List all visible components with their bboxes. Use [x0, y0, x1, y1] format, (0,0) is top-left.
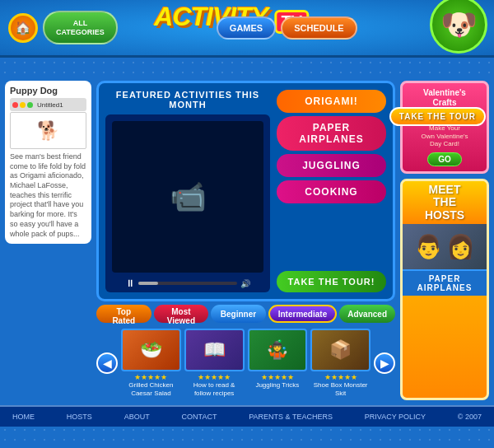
progress-fill	[138, 282, 158, 285]
thumb-stars-3: ★★★★★	[261, 373, 294, 381]
footer-copyright: © 2007	[458, 413, 482, 421]
games-label: GAMES	[230, 23, 263, 33]
meet-hosts-label: MEET THE HOSTS	[403, 181, 487, 224]
right-sidebar: Valentine's Crafts ❤️ ❤️ Make Your Own V…	[400, 81, 489, 400]
maximize-dot	[27, 102, 33, 108]
list-item[interactable]: 📦 ★★★★★ Shoe Box Monster Skit	[310, 329, 370, 397]
thumb-label-3: Juggling Tricks	[255, 381, 299, 390]
home-button[interactable]: 🏠	[8, 13, 38, 43]
footer-link-contact[interactable]: CONTACT	[182, 413, 217, 421]
paper-airplanes-button[interactable]: PAPER AIRPLANES	[277, 116, 386, 151]
paper-airplanes-label: PAPER AIRPLANES	[403, 269, 487, 296]
thumb-icon-3: 🤹	[266, 339, 288, 361]
thumb-stars-1: ★★★★★	[134, 373, 167, 381]
thumbnails-container: 🥗 ★★★★★ Grilled Chicken Caesar Salad 📖 ★…	[121, 329, 370, 397]
schedule-button[interactable]: SCHEDULE	[281, 16, 357, 40]
host-icon-1: 👨	[414, 233, 443, 260]
thumb-icon-1: 🥗	[140, 339, 162, 361]
tab-most-viewed[interactable]: Most Viewed	[154, 305, 209, 323]
games-button[interactable]: GAMES	[217, 16, 276, 40]
minimize-dot	[20, 102, 26, 108]
hosts-photo: 👨 👩	[403, 224, 487, 269]
tab-top-rated[interactable]: Top Rated	[96, 305, 151, 323]
origami-preview-icon: 🐕	[37, 120, 59, 142]
close-dot	[12, 102, 18, 108]
window-content: 🐕	[10, 112, 86, 149]
featured-box: FEATURED ACTIVITIES THIS MONTH 📹 ⏸ 🔊	[96, 81, 395, 301]
list-item[interactable]: 🤹 ★★★★★ Juggling Tricks	[248, 329, 308, 397]
all-categories-label: ALL CATEGORIES	[56, 19, 105, 37]
progress-bar[interactable]	[138, 282, 237, 285]
puppy-text: See man's best friend come to life fold …	[10, 152, 86, 239]
thumb-label-4: Shoe Box Monster Skit	[310, 381, 370, 397]
thumb-icon-2: 📖	[203, 339, 226, 361]
valentine-title: Valentine's Crafts	[408, 88, 482, 108]
origami-button[interactable]: ORIGAMI!	[277, 90, 386, 113]
mascot-circle: 🐶	[430, 0, 487, 54]
footer-link-privacy[interactable]: PRIVACY POLICY	[365, 413, 426, 421]
tab-beginner[interactable]: Beginner	[211, 305, 266, 323]
next-arrow-button[interactable]: ▶	[374, 352, 395, 374]
thumb-image-3: 🤹	[248, 329, 308, 371]
valentine-card[interactable]: Valentine's Crafts ❤️ ❤️ Make Your Own V…	[400, 81, 489, 174]
list-item[interactable]: 🥗 ★★★★★ Grilled Chicken Caesar Salad	[121, 329, 181, 397]
thumb-stars-2: ★★★★★	[198, 373, 231, 381]
cooking-button[interactable]: COOKING	[277, 180, 386, 203]
host-icon-2: 👩	[446, 233, 475, 260]
volume-icon[interactable]: 🔊	[240, 279, 250, 288]
thumb-image-1: 🥗	[121, 329, 181, 371]
footer-link-parents[interactable]: PARENTS & TEACHERS	[249, 413, 333, 421]
window-title: Untitled1	[37, 101, 63, 109]
thumb-image-2: 📖	[184, 329, 245, 371]
activities-list: ORIGAMI! PAPER AIRPLANES JUGGLING COOKIN…	[277, 90, 386, 292]
go-button[interactable]: GO	[427, 152, 462, 166]
filter-tabs: Top Rated Most Viewed Beginner Intermedi…	[96, 305, 395, 323]
window-bar: Untitled1	[10, 98, 86, 111]
footer-link-about[interactable]: ABOUT	[124, 413, 150, 421]
all-categories-button[interactable]: ALL CATEGORIES	[43, 11, 118, 45]
tab-advanced[interactable]: Advanced	[339, 305, 395, 323]
video-placeholder: 📹 ⏸ 🔊	[105, 114, 270, 292]
puppy-title: Puppy Dog	[10, 86, 86, 96]
puppy-dog-card: Puppy Dog Untitled1 🐕 See man's best fri…	[5, 81, 91, 244]
thumbnails-row: ◀ 🥗 ★★★★★ Grilled Chicken Caesar Salad 📖…	[96, 326, 395, 400]
thumb-icon-4: 📦	[329, 339, 352, 361]
schedule-label: SCHEDULE	[294, 23, 344, 33]
home-icon: 🏠	[15, 20, 31, 35]
take-tour-button[interactable]: Take The Tour	[389, 107, 486, 126]
play-icon[interactable]: ⏸	[125, 278, 135, 289]
juggling-button[interactable]: JUGGLING	[277, 154, 386, 177]
center-content: FEATURED ACTIVITIES THIS MONTH 📹 ⏸ 🔊	[96, 81, 395, 400]
list-item[interactable]: 📖 ★★★★★ How to read & follow recipes	[184, 329, 245, 397]
tab-intermediate[interactable]: Intermediate	[268, 305, 337, 323]
left-sidebar: Puppy Dog Untitled1 🐕 See man's best fri…	[5, 81, 91, 400]
video-controls: ⏸ 🔊	[125, 278, 250, 289]
header: 🏠 ALL CATEGORIES ACTIVITY TV GAMES SCHED…	[0, 0, 494, 58]
thumb-stars-4: ★★★★★	[324, 373, 357, 381]
footer-link-hosts[interactable]: HOSTS	[67, 413, 92, 421]
thumb-label-1: Grilled Chicken Caesar Salad	[121, 381, 181, 397]
featured-title: FEATURED ACTIVITIES THIS MONTH	[105, 90, 270, 110]
prev-arrow-button[interactable]: ◀	[96, 352, 118, 374]
thumb-label-2: How to read & follow recipes	[184, 381, 245, 397]
mascot-icon: 🐶	[440, 7, 478, 42]
footer-link-home[interactable]: HOME	[12, 413, 35, 421]
valentine-subtitle: Make Your Own Valentine's Day Card!	[408, 124, 482, 148]
mascot-area: 🐶	[430, 0, 487, 54]
thumb-image-4: 📦	[310, 329, 370, 371]
take-tour-activity-button[interactable]: TAKE THE TOUR!	[277, 271, 386, 292]
meet-hosts-card[interactable]: MEET THE HOSTS 👨 👩 PAPER AIRPLANES	[400, 179, 489, 400]
footer: HOME HOSTS ABOUT CONTACT PARENTS & TEACH…	[0, 405, 494, 427]
take-tour-label: Take The Tour	[399, 112, 476, 121]
